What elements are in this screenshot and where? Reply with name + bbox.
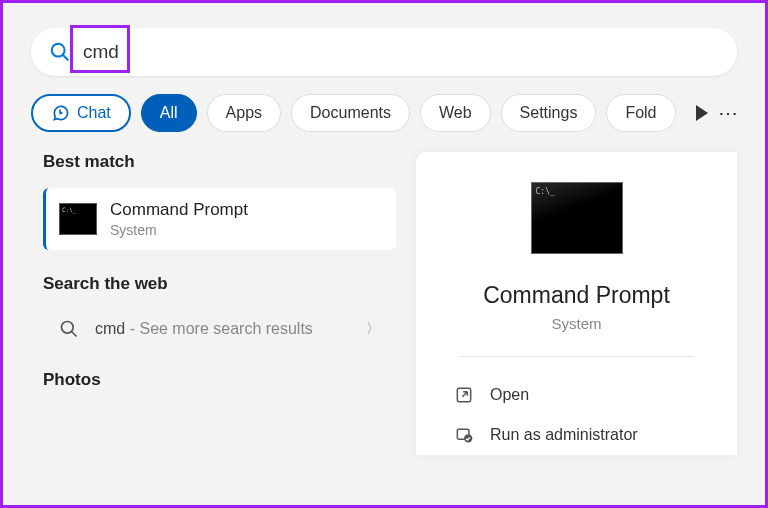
filter-documents[interactable]: Documents (291, 94, 410, 132)
search-icon (49, 41, 71, 63)
filter-all[interactable]: All (141, 94, 197, 132)
chat-pill[interactable]: Chat (31, 94, 131, 132)
filter-row: Chat All Apps Documents Web Settings Fol… (31, 94, 737, 132)
action-open[interactable]: Open (448, 375, 705, 415)
cmd-icon (60, 204, 96, 234)
result-title: Command Prompt (110, 200, 248, 220)
action-admin-label: Run as administrator (490, 426, 638, 444)
results-column: Best match Command Prompt System Search … (31, 152, 396, 455)
best-match-result[interactable]: Command Prompt System (43, 188, 396, 250)
filter-folders[interactable]: Fold (606, 94, 675, 132)
action-run-admin[interactable]: Run as administrator (448, 415, 705, 455)
panel-title: Command Prompt (483, 282, 670, 309)
magnifier-icon (59, 319, 79, 339)
photos-header: Photos (43, 370, 396, 390)
action-open-label: Open (490, 386, 529, 404)
filter-web[interactable]: Web (420, 94, 491, 132)
result-subtitle: System (110, 222, 248, 238)
cmd-icon-large (531, 182, 623, 254)
web-suffix: - See more search results (125, 320, 313, 337)
panel-subtitle: System (551, 315, 601, 332)
web-search-result[interactable]: cmd - See more search results 〉 (43, 310, 396, 348)
filter-apps[interactable]: Apps (207, 94, 281, 132)
web-result-text: cmd - See more search results (95, 318, 350, 340)
preview-panel: Command Prompt System Open (416, 152, 737, 455)
chevron-right-icon: 〉 (366, 320, 380, 338)
chat-label: Chat (77, 104, 111, 122)
scroll-right-icon[interactable] (696, 105, 708, 121)
svg-point-2 (62, 322, 74, 334)
shield-icon (454, 425, 474, 445)
more-icon[interactable]: ⋯ (718, 101, 737, 125)
web-query: cmd (95, 320, 125, 337)
bing-icon (51, 103, 71, 123)
svg-line-1 (63, 55, 69, 61)
best-match-header: Best match (43, 152, 396, 172)
search-web-header: Search the web (43, 274, 396, 294)
search-bar[interactable] (31, 28, 737, 76)
open-icon (454, 385, 474, 405)
search-input[interactable] (83, 41, 719, 63)
filter-settings[interactable]: Settings (501, 94, 597, 132)
svg-line-3 (72, 332, 77, 337)
svg-point-0 (52, 44, 65, 57)
divider (459, 356, 694, 357)
